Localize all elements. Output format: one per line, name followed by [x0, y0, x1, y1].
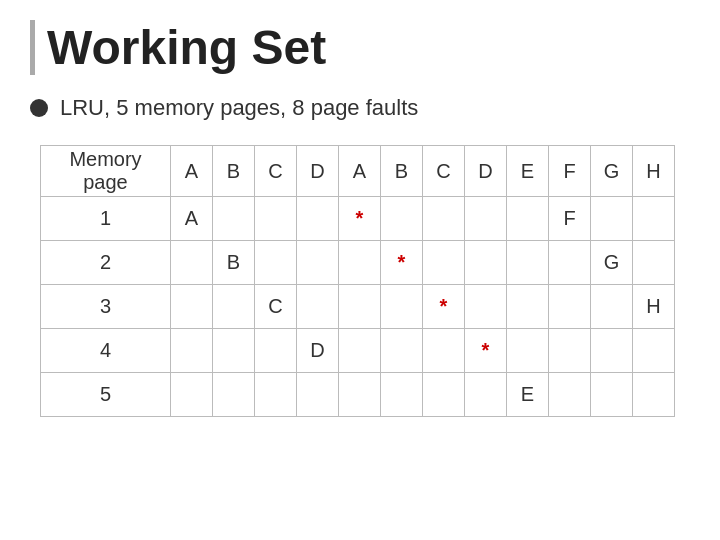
cell-r3-c2 [255, 329, 297, 373]
row-label-2: 3 [41, 285, 171, 329]
cell-r4-c6 [423, 373, 465, 417]
header-cell-6: B [381, 146, 423, 197]
cell-r1-c8 [507, 241, 549, 285]
cell-r3-c1 [213, 329, 255, 373]
cell-r0-c1 [213, 197, 255, 241]
cell-r1-c4 [339, 241, 381, 285]
cell-r4-c9 [549, 373, 591, 417]
cell-r3-c3: D [297, 329, 339, 373]
page: Working Set LRU, 5 memory pages, 8 page … [0, 0, 720, 540]
cell-r3-c9 [549, 329, 591, 373]
working-set-table: Memory pageABCDABCDEFGH1A*F2B*G3C*H4D*5E [40, 145, 675, 417]
cell-r4-c3 [297, 373, 339, 417]
cell-r3-c4 [339, 329, 381, 373]
table-row: 3C*H [41, 285, 675, 329]
cell-r4-c11 [633, 373, 675, 417]
cell-r4-c4 [339, 373, 381, 417]
row-label-4: 5 [41, 373, 171, 417]
table-wrapper: Memory pageABCDABCDEFGH1A*F2B*G3C*H4D*5E [40, 145, 690, 417]
cell-r1-c1: B [213, 241, 255, 285]
cell-r3-c5 [381, 329, 423, 373]
cell-r2-c7 [465, 285, 507, 329]
cell-r0-c4: * [339, 197, 381, 241]
header-cell-7: C [423, 146, 465, 197]
cell-r1-c11 [633, 241, 675, 285]
cell-r1-c7 [465, 241, 507, 285]
row-label-1: 2 [41, 241, 171, 285]
subtitle-row: LRU, 5 memory pages, 8 page faults [30, 95, 690, 121]
cell-r0-c10 [591, 197, 633, 241]
cell-r2-c6: * [423, 285, 465, 329]
cell-r2-c3 [297, 285, 339, 329]
table-row: 1A*F [41, 197, 675, 241]
header-cell-8: D [465, 146, 507, 197]
row-label-3: 4 [41, 329, 171, 373]
cell-r2-c9 [549, 285, 591, 329]
cell-r0-c8 [507, 197, 549, 241]
page-title: Working Set [30, 20, 690, 75]
cell-r4-c5 [381, 373, 423, 417]
cell-r0-c0: A [171, 197, 213, 241]
cell-r4-c1 [213, 373, 255, 417]
cell-r4-c2 [255, 373, 297, 417]
cell-r0-c7 [465, 197, 507, 241]
cell-r0-c6 [423, 197, 465, 241]
header-cell-5: A [339, 146, 381, 197]
cell-r1-c9 [549, 241, 591, 285]
table-row: 2B*G [41, 241, 675, 285]
header-cell-2: B [213, 146, 255, 197]
cell-r2-c4 [339, 285, 381, 329]
cell-r2-c11: H [633, 285, 675, 329]
cell-r0-c11 [633, 197, 675, 241]
cell-r2-c10 [591, 285, 633, 329]
cell-r4-c0 [171, 373, 213, 417]
table-row: 5E [41, 373, 675, 417]
cell-r1-c2 [255, 241, 297, 285]
cell-r4-c8: E [507, 373, 549, 417]
header-cell-10: F [549, 146, 591, 197]
cell-r1-c5: * [381, 241, 423, 285]
header-cell-3: C [255, 146, 297, 197]
cell-r0-c2 [255, 197, 297, 241]
header-cell-0: Memory page [41, 146, 171, 197]
cell-r3-c6 [423, 329, 465, 373]
cell-r1-c6 [423, 241, 465, 285]
cell-r4-c10 [591, 373, 633, 417]
cell-r3-c11 [633, 329, 675, 373]
cell-r2-c1 [213, 285, 255, 329]
cell-r2-c5 [381, 285, 423, 329]
header-cell-11: G [591, 146, 633, 197]
table-row: 4D* [41, 329, 675, 373]
cell-r0-c9: F [549, 197, 591, 241]
header-cell-9: E [507, 146, 549, 197]
row-label-0: 1 [41, 197, 171, 241]
cell-r2-c2: C [255, 285, 297, 329]
cell-r0-c3 [297, 197, 339, 241]
cell-r3-c8 [507, 329, 549, 373]
cell-r1-c0 [171, 241, 213, 285]
cell-r4-c7 [465, 373, 507, 417]
subtitle-text: LRU, 5 memory pages, 8 page faults [60, 95, 418, 121]
header-cell-12: H [633, 146, 675, 197]
cell-r2-c0 [171, 285, 213, 329]
cell-r0-c5 [381, 197, 423, 241]
cell-r1-c10: G [591, 241, 633, 285]
cell-r3-c0 [171, 329, 213, 373]
header-cell-4: D [297, 146, 339, 197]
cell-r1-c3 [297, 241, 339, 285]
cell-r2-c8 [507, 285, 549, 329]
header-cell-1: A [171, 146, 213, 197]
cell-r3-c10 [591, 329, 633, 373]
bullet-icon [30, 99, 48, 117]
cell-r3-c7: * [465, 329, 507, 373]
